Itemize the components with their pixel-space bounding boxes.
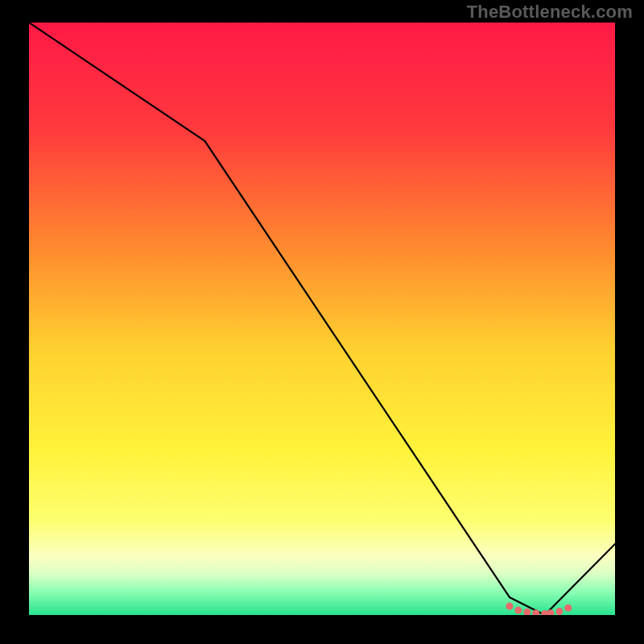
gradient-background (29, 23, 615, 615)
attribution-label: TheBottleneck.com (467, 2, 633, 23)
chart-frame: TheBottleneck.com (0, 0, 644, 644)
chart-svg (29, 23, 615, 615)
plot-area (29, 23, 615, 615)
data-marker (514, 607, 522, 614)
data-marker (555, 608, 563, 615)
data-marker (564, 605, 572, 612)
data-marker (506, 602, 513, 609)
